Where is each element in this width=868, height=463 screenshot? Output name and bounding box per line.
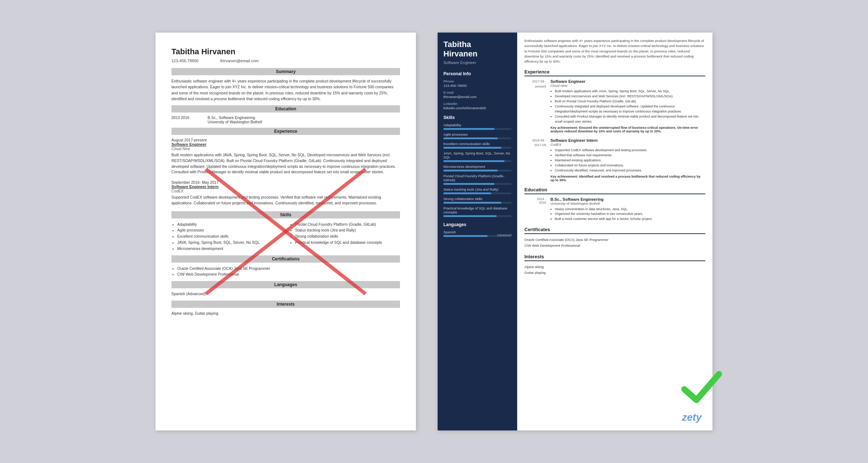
skill-bar-bg xyxy=(443,137,511,139)
left-lang-header: Languages xyxy=(171,281,400,288)
left-summary-header: Summary xyxy=(171,68,400,75)
right-exp-title: Software Engineer Intern xyxy=(550,138,705,143)
right-cert-items: Oracle Certified Associate (OCA) Java SE… xyxy=(524,237,705,249)
left-skill-item: Microservices development xyxy=(177,246,282,252)
skill-bar-bg xyxy=(443,170,511,171)
right-personal-header: Personal Info xyxy=(443,71,511,76)
right-exp-body: Software Engineer InternCodEXSupported C… xyxy=(550,138,705,182)
right-exp-blocks: 2017-08 -presentSoftware EngineerCloud N… xyxy=(524,79,705,182)
right-edu-body: B.Sc., Software EngineeringUniversity of… xyxy=(550,197,705,222)
right-exp-title: Software Engineer xyxy=(550,79,705,84)
right-sidebar: Tabitha Hirvanen Software Engineer Perso… xyxy=(438,33,517,430)
left-exp2-dates: September 2016- May 2017 xyxy=(171,180,400,184)
left-interests-text: Alpine skiing, Guitar playing xyxy=(171,311,400,317)
skill-bar-bg xyxy=(443,147,511,149)
skill-label: Excellent communication skills xyxy=(443,142,511,146)
left-skills-list1: AdaptabilityAgile processesExcellent com… xyxy=(171,221,282,252)
skill-label: JAVA, Spring, Spring Boot, SQL, Server, … xyxy=(443,151,511,159)
left-lang-text: Spanish (Advanced) xyxy=(171,291,400,297)
right-skills-header: Skills xyxy=(443,115,511,120)
left-exp1-dates: August 2017-present xyxy=(171,138,400,142)
zety-logo: zety xyxy=(682,412,702,423)
right-exp-bullet: Continuously integrated and deployed dev… xyxy=(555,104,705,114)
left-exp2-desc: Supported CodEX software development and… xyxy=(171,195,400,206)
right-edu-bullets: Heavy concentration in data structures, … xyxy=(550,207,705,222)
right-lang-bars: SpanishAdvanced xyxy=(443,230,511,237)
right-edu-dates: 2014 -2016 xyxy=(524,197,546,222)
left-skills-header: Skills xyxy=(171,211,400,218)
skill-label: Agile processes xyxy=(443,132,511,136)
right-edu-blocks: 2014 -2016B.Sc., Software EngineeringUni… xyxy=(524,197,705,222)
left-exp1-company: Cloud Nine xyxy=(171,146,400,151)
right-languages-header: Languages xyxy=(443,222,511,227)
right-edu-bullet: Organized the university hackathon in tw… xyxy=(555,212,705,217)
left-education-header: Education xyxy=(171,105,400,112)
right-exp-key-achievement: Key achievement: Ensured the uninterrupt… xyxy=(550,126,705,133)
right-email-label: E-mail xyxy=(443,90,511,94)
right-name-line1: Tabitha Hirvanen xyxy=(443,40,511,59)
right-exp-bullet: Collaborated on future projects and inno… xyxy=(555,163,705,168)
right-exp-key-achievement: Key achievement: Identified and resolved… xyxy=(550,175,705,182)
skill-bar-fill xyxy=(443,192,491,194)
right-exp-bullet: Developed microservices and Web Services… xyxy=(555,94,705,99)
left-experience-header: Experience xyxy=(171,128,400,135)
skill-label: Status tracking tools (Jira and Rally) xyxy=(443,187,511,191)
left-resume: Tabitha Hirvanen 123-456-78900 thirvanen… xyxy=(156,33,416,430)
right-exp-bullet: Verified that software met requirements. xyxy=(555,153,705,158)
skill-bar-fill xyxy=(443,170,498,171)
left-interests-header: Interests xyxy=(171,301,400,308)
right-exp-block: 2017-08 -presentSoftware EngineerCloud N… xyxy=(524,79,705,133)
left-cert-header: Certifications xyxy=(171,255,400,263)
left-exp2-company: CodEX xyxy=(171,189,400,193)
skill-bar-fill xyxy=(443,137,498,139)
right-summary: Enthusiastic software engineer with 4+ y… xyxy=(524,38,705,64)
right-email-value: thirvanen@email.com xyxy=(443,95,511,99)
left-cert-item: Oracle Certified Associate (OCA) Java SE… xyxy=(177,266,400,272)
left-contact: 123-456-78900 thirvanen@email.com xyxy=(171,59,400,63)
left-cert-list: Oracle Certified Associate (OCA) Java SE… xyxy=(171,266,400,278)
left-skill-item: Strong collaboration skills xyxy=(295,233,400,239)
skill-label: Adaptability xyxy=(443,123,511,127)
right-exp-company: Cloud Nine xyxy=(550,84,705,88)
right-skills-bars: AdaptabilityAgile processesExcellent com… xyxy=(443,123,511,217)
right-education-title: Education xyxy=(524,187,705,194)
right-title: Software Engineer xyxy=(443,60,511,65)
left-skills-col1: AdaptabilityAgile processesExcellent com… xyxy=(171,221,282,252)
skill-bar-fill xyxy=(443,215,497,217)
right-experience-title: Experience xyxy=(524,69,705,76)
left-edu-dates: 2013 2016 xyxy=(171,115,200,124)
skill-bar-fill xyxy=(443,160,505,162)
skill-bar-bg xyxy=(443,202,511,204)
skill-bar-fill xyxy=(443,147,501,149)
left-skill-item: Adaptability xyxy=(177,221,282,228)
left-skill-item: Practical knowledge of SQL and database … xyxy=(295,239,400,246)
right-exp-dates: 2017-08 -present xyxy=(524,79,546,133)
skill-bar-bg xyxy=(443,215,511,217)
right-exp-bullet: Maintained existing applications. xyxy=(555,158,705,163)
right-exp-bullets: Supported CodEX software development and… xyxy=(550,148,705,173)
skill-bar-fill xyxy=(443,128,494,130)
left-edu-degree: B.Sc., Software Engineering xyxy=(208,115,262,120)
skill-bar-bg xyxy=(443,128,511,130)
left-exp1-desc: Built modern applications with JAVA, Spr… xyxy=(171,152,400,175)
skill-label: Pivotal Cloud Foundry Platform (Gradle, … xyxy=(443,174,511,182)
right-exp-dates: 2016-09 -2017-05 xyxy=(524,138,546,182)
right-interest-items: Alpine skiingGuitar playing xyxy=(524,264,705,276)
right-exp-bullet: Consulted with Product Manager to identi… xyxy=(555,114,705,124)
left-exp1: August 2017-present Software Engineer Cl… xyxy=(171,138,400,175)
right-phone-label: Phone xyxy=(443,79,511,83)
left-email: thirvanen@email.com xyxy=(220,59,259,63)
left-exp1-title: Software Engineer xyxy=(171,142,400,146)
right-exp-block: 2016-09 -2017-05Software Engineer Intern… xyxy=(524,138,705,182)
left-edu-row: 2013 2016 B.Sc., Software Engineering Un… xyxy=(171,115,400,124)
right-exp-bullet: Built on Pivotal Cloud Foundry Platform … xyxy=(555,99,705,104)
left-summary-text: Enthusiastic software engineer with 4+ y… xyxy=(171,78,400,102)
right-cert-item: Oracle Certified Associate (OCA) Java SE… xyxy=(524,237,705,243)
skill-bar-fill xyxy=(443,183,494,185)
right-exp-bullet: Supported CodEX software development and… xyxy=(555,148,705,153)
skill-bar-fill xyxy=(443,202,501,204)
skill-label: Practical knowledge of SQL and database … xyxy=(443,206,511,214)
right-main: Enthusiastic software engineer with 4+ y… xyxy=(517,33,712,430)
right-exp-bullet: Built modern applications with JAVA, Spr… xyxy=(555,89,705,94)
left-skill-item: Pivotal Cloud Foundry Platform (Gradle, … xyxy=(295,221,400,228)
